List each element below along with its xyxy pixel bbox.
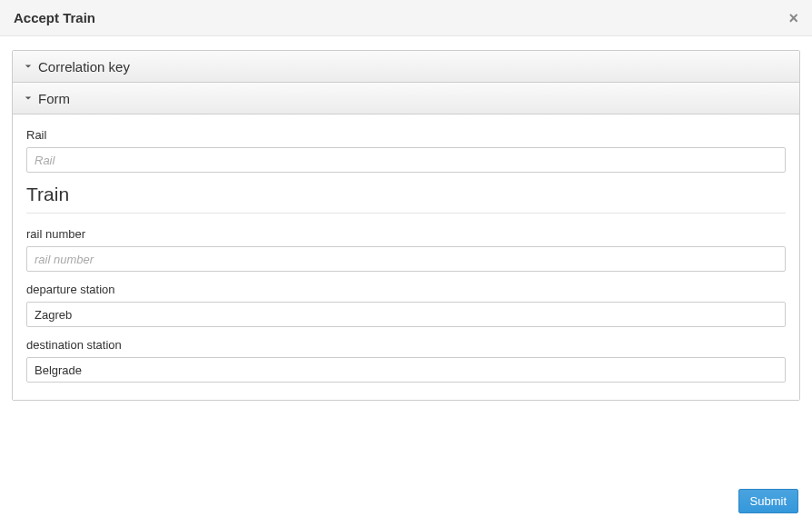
- departure-station-input[interactable]: [26, 302, 786, 327]
- panel-container: Correlation key Form Rail Train rail num…: [0, 36, 812, 401]
- destination-station-label: destination station: [26, 338, 786, 352]
- rail-label: Rail: [26, 128, 786, 142]
- form-panel-header[interactable]: Form: [13, 83, 799, 114]
- modal-footer: Submit: [738, 489, 798, 513]
- submit-button[interactable]: Submit: [738, 489, 798, 513]
- section-divider: [26, 213, 786, 214]
- form-panel-title: Form: [38, 91, 70, 106]
- departure-station-form-group: departure station: [26, 283, 786, 327]
- form-panel-body: Rail Train rail number departure station…: [13, 114, 799, 400]
- chevron-down-icon: [24, 94, 33, 103]
- correlation-key-title: Correlation key: [38, 59, 130, 75]
- close-button[interactable]: ×: [788, 10, 798, 26]
- rail-number-label: rail number: [26, 227, 786, 241]
- departure-station-label: departure station: [26, 283, 786, 296]
- correlation-key-panel-header[interactable]: Correlation key: [13, 51, 799, 83]
- destination-station-input[interactable]: [26, 357, 786, 383]
- rail-input[interactable]: [26, 147, 786, 173]
- rail-form-group: Rail: [26, 128, 786, 173]
- destination-station-form-group: destination station: [26, 338, 786, 383]
- modal-header: Accept Train ×: [0, 0, 812, 36]
- panel: Correlation key Form Rail Train rail num…: [12, 50, 800, 401]
- chevron-down-icon: [24, 62, 33, 71]
- rail-number-form-group: rail number: [26, 227, 786, 272]
- rail-number-input[interactable]: [26, 246, 786, 272]
- train-section-heading: Train: [26, 184, 786, 205]
- modal-title: Accept Train: [14, 10, 95, 25]
